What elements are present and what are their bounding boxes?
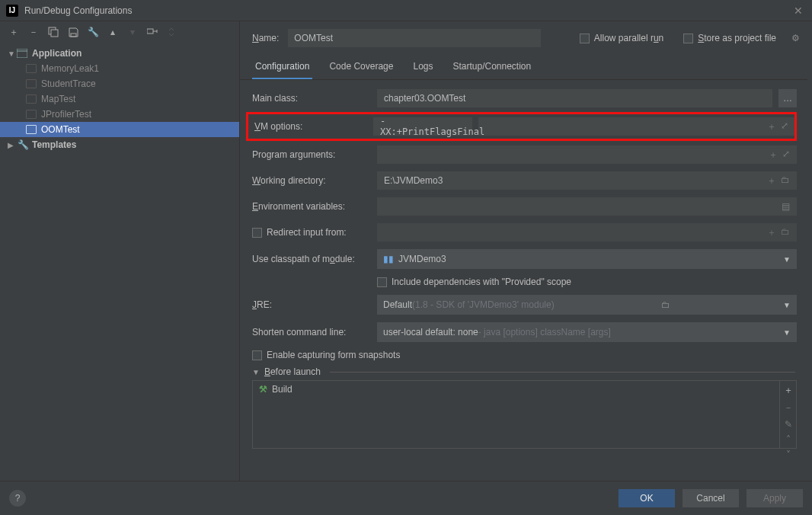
move-down-icon[interactable]: ▾ [126,26,139,38]
env-vars-input[interactable]: ▤ [377,197,797,216]
tab-code-coverage[interactable]: Code Coverage [326,55,396,79]
shorten-dropdown[interactable]: user-local default: none - java [options… [377,322,797,342]
footer: ? OK Cancel Apply [0,481,812,515]
before-launch-list: ⚒ Build ＋ － ✎ ˄ ˅ [252,380,797,449]
svg-rect-2 [71,34,76,37]
move-up-icon[interactable]: ˄ [786,434,791,445]
vm-options-input[interactable]: -XX:+PrintFlagsFinal [373,117,472,136]
redirect-input-checkbox[interactable]: Redirect input from: [252,227,371,238]
folder-icon[interactable]: 🗀 [781,174,790,187]
name-input[interactable] [288,29,541,47]
config-icon [26,64,37,73]
ok-button[interactable]: OK [619,489,675,507]
intellij-icon: IJ [6,5,18,17]
folder-icon[interactable]: 🗀 [661,299,670,310]
shorten-label: Shorten command line: [252,327,371,337]
add-task-icon[interactable]: ＋ [784,384,793,397]
list-icon[interactable]: ▤ [782,201,790,212]
build-task[interactable]: Build [272,384,293,395]
chevron-down-icon: ▼ [783,301,791,309]
chevron-down-icon: ▼ [783,328,791,337]
remove-icon[interactable]: － [27,26,40,38]
config-icon [26,125,37,134]
add-macro-icon[interactable]: ＋ [767,174,776,187]
remove-task-icon[interactable]: － [784,401,793,414]
vm-options-input-ext[interactable]: ＋⤢ [478,117,794,136]
config-tree: ▼ Application MemoryLeak1 StudentTrace M… [0,43,239,481]
help-button[interactable]: ? [9,490,26,507]
close-icon[interactable]: ✕ [791,5,806,17]
expand-icon[interactable]: ⤢ [782,149,790,162]
tree-item[interactable]: StudentTrace [0,76,239,91]
program-args-label: Program arguments: [252,149,371,160]
application-icon [17,49,29,58]
name-label: Name: [252,33,279,43]
svg-rect-1 [51,30,58,37]
sidebar: ＋ － 🔧 ▴ ▾ ▼ Application MemoryLeak1 Stud… [0,21,240,481]
gear-icon[interactable]: ⚙ [791,33,800,43]
config-icon [26,94,37,104]
hammer-icon: ⚒ [259,384,267,395]
tree-node-templates[interactable]: ▶ 🔧 Templates [0,137,239,152]
vm-options-label: VM options: [254,121,367,132]
tree-item-selected[interactable]: OOMTest [0,122,239,137]
edit-task-icon[interactable]: ✎ [785,419,792,430]
enable-snapshots-checkbox[interactable]: Enable capturing form snapshots [252,350,400,360]
tab-configuration[interactable]: Configuration [252,55,312,79]
copy-icon[interactable] [47,26,59,38]
save-icon[interactable] [67,26,79,38]
config-icon [26,110,37,119]
config-icon [26,79,37,88]
wrench-icon[interactable]: 🔧 [87,26,99,38]
env-vars-label: Environment variables: [252,201,371,212]
collapse-icon[interactable] [166,26,178,38]
window-title: Run/Debug Configurations [24,5,791,16]
browse-class-button[interactable]: … [778,89,797,107]
apply-button[interactable]: Apply [746,489,803,507]
svg-rect-4 [17,49,27,58]
add-macro-icon[interactable]: ＋ [767,120,776,133]
add-macro-icon[interactable]: ＋ [769,149,778,162]
working-dir-label: Working directory: [252,175,371,186]
main-class-input[interactable]: chapter03.OOMTest [377,89,772,107]
application-label: Application [32,48,82,59]
main-class-label: Main class: [252,93,371,104]
program-args-input[interactable]: ＋⤢ [377,146,797,164]
folder-icon[interactable]: 🗀 [781,226,790,239]
expand-arrow-icon: ▼ [8,50,17,58]
tree-node-application[interactable]: ▼ Application [0,46,239,61]
store-project-checkbox[interactable]: Store as project file [683,33,776,43]
tab-startup[interactable]: Startup/Connection [449,55,534,79]
classpath-label: Use classpath of module: [252,254,371,264]
classpath-dropdown[interactable]: ▮▮ JVMDemo3 ▼ [377,249,797,269]
expand-arrow-icon: ▶ [8,141,17,149]
tree-item[interactable]: JProfilerTest [0,107,239,122]
add-icon[interactable]: ＋ [8,26,20,38]
redirect-input-field[interactable]: ＋🗀 [377,223,797,242]
tree-item[interactable]: MemoryLeak1 [0,61,239,76]
expand-arrow-icon: ▼ [252,368,260,376]
before-launch-section[interactable]: ▼ Before launch [240,366,807,377]
folder-tree-icon[interactable] [146,26,158,38]
add-macro-icon[interactable]: ＋ [767,226,776,239]
svg-rect-3 [147,29,153,34]
tree-item[interactable]: MapTest [0,91,239,107]
move-up-icon[interactable]: ▴ [107,26,119,38]
expand-icon[interactable]: ⤢ [781,120,788,133]
jre-label: JRE: [252,299,371,310]
module-icon: ▮▮ [383,254,394,264]
tab-logs[interactable]: Logs [410,55,436,79]
include-provided-checkbox[interactable]: Include dependencies with "Provided" sco… [377,277,571,287]
vm-options-highlight: VM options: -XX:+PrintFlagsFinal ＋⤢ [246,112,797,141]
templates-label: Templates [32,139,76,150]
allow-parallel-checkbox[interactable]: Allow parallel run [580,33,663,43]
tabs: Configuration Code Coverage Logs Startup… [240,55,807,80]
sidebar-toolbar: ＋ － 🔧 ▴ ▾ [0,21,239,43]
cancel-button[interactable]: Cancel [683,489,739,507]
wrench-icon: 🔧 [17,139,29,150]
titlebar: IJ Run/Debug Configurations ✕ [0,0,812,21]
jre-dropdown[interactable]: Default (1.8 - SDK of 'JVMDemo3' module)… [377,295,797,315]
chevron-down-icon: ▼ [783,255,791,264]
working-dir-input[interactable]: E:\JVMDemo3＋🗀 [377,171,797,190]
move-down-icon[interactable]: ˅ [786,449,791,460]
